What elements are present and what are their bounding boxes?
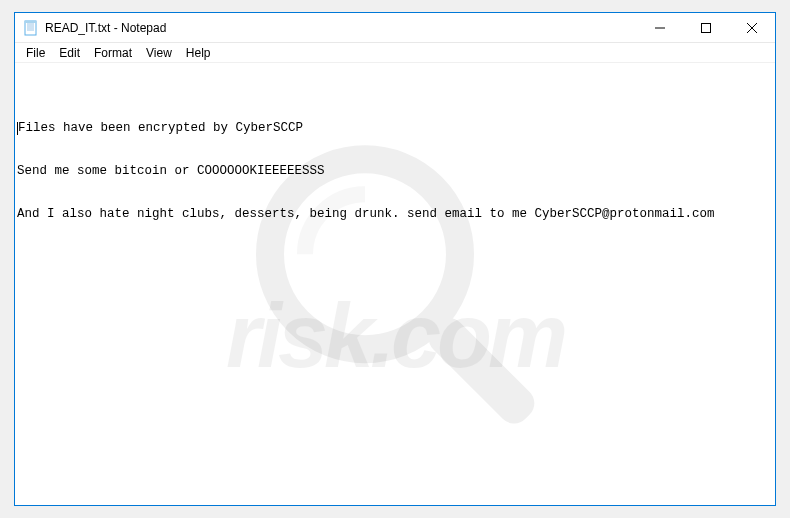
text-editor-area[interactable]: risk.com Files have been encrypted by Cy… xyxy=(15,63,775,505)
svg-point-10 xyxy=(270,159,460,349)
menu-file[interactable]: File xyxy=(19,45,52,61)
menu-help[interactable]: Help xyxy=(179,45,218,61)
menu-edit[interactable]: Edit xyxy=(52,45,87,61)
titlebar-left: READ_IT.txt - Notepad xyxy=(23,20,166,36)
watermark-text: risk.com xyxy=(226,285,564,389)
content-text: Files have been encrypted by CyberSCCP xyxy=(18,121,303,135)
content-line: And I also hate night clubs, desserts, b… xyxy=(17,207,773,221)
svg-rect-11 xyxy=(422,311,541,430)
menu-view[interactable]: View xyxy=(139,45,179,61)
svg-rect-5 xyxy=(25,21,36,23)
maximize-button[interactable] xyxy=(683,13,729,43)
notepad-window: READ_IT.txt - Notepad File Edit Format V… xyxy=(14,12,776,506)
svg-rect-7 xyxy=(702,24,711,33)
window-title: READ_IT.txt - Notepad xyxy=(45,21,166,35)
close-button[interactable] xyxy=(729,13,775,43)
watermark-logo xyxy=(235,95,555,473)
menubar: File Edit Format View Help xyxy=(15,43,775,63)
content-line: Send me some bitcoin or COOOOOOKIEEEEESS… xyxy=(17,164,773,178)
window-controls xyxy=(637,13,775,42)
menu-format[interactable]: Format xyxy=(87,45,139,61)
notepad-icon xyxy=(23,20,39,36)
content-line: Files have been encrypted by CyberSCCP xyxy=(17,121,773,135)
titlebar: READ_IT.txt - Notepad xyxy=(15,13,775,43)
minimize-button[interactable] xyxy=(637,13,683,43)
